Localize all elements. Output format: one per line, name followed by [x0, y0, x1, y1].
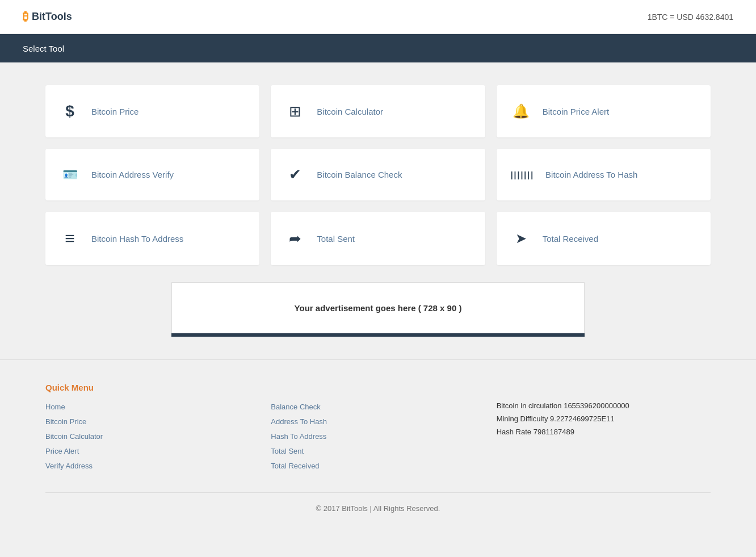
list-item: Price Alert	[45, 446, 259, 456]
card-label-bitcoin-hash-to-address: Bitcoin Hash To Address	[91, 234, 183, 244]
card-label-total-received: Total Received	[543, 234, 598, 244]
receive-icon: ➤	[511, 231, 531, 246]
header: ₿ BitTools 1BTC = USD 4632.8401	[0, 0, 756, 34]
card-bitcoin-balance-check[interactable]: ✔Bitcoin Balance Check	[271, 149, 485, 200]
list-item: Verify Address	[45, 460, 259, 471]
footer: Quick Menu HomeBitcoin PriceBitcoin Calc…	[0, 359, 756, 524]
navbar: Select Tool	[0, 34, 756, 62]
footer-link-hash-to-address[interactable]: Hash To Address	[271, 432, 326, 441]
footer-link-home[interactable]: Home	[45, 403, 65, 411]
list-item: Total Sent	[271, 446, 485, 456]
card-total-sent[interactable]: ➦Total Sent	[271, 212, 485, 265]
footer-bottom: © 2017 BitTools | All Rights Reserved.	[45, 492, 711, 513]
list-item: Address To Hash	[271, 416, 485, 426]
id-card-icon: 🪪	[60, 167, 80, 182]
stat-mining-difficulty: Mining Difficulty 9.22724699725E11	[497, 414, 711, 423]
list-item: Total Received	[271, 460, 485, 471]
card-label-bitcoin-price: Bitcoin Price	[91, 107, 138, 116]
footer-link-price-alert[interactable]: Price Alert	[45, 447, 79, 455]
logo-text: BitTools	[32, 11, 72, 23]
calculator-icon: ⊞	[285, 103, 305, 120]
footer-col-1: HomeBitcoin PriceBitcoin CalculatorPrice…	[45, 401, 259, 475]
card-bitcoin-hash-to-address[interactable]: ≡Bitcoin Hash To Address	[45, 212, 259, 265]
card-label-bitcoin-address-to-hash: Bitcoin Address To Hash	[545, 170, 637, 179]
footer-link-total-received[interactable]: Total Received	[271, 462, 319, 470]
btc-rate: 1BTC = USD 4632.8401	[648, 12, 733, 22]
footer-link-address-to-hash[interactable]: Address To Hash	[271, 417, 327, 426]
check-circle-icon: ✔	[285, 166, 305, 183]
stat-bitcoin-in-circulation: Bitcoin in circulation 1655396200000000	[497, 401, 711, 410]
dollar-icon: $	[60, 102, 80, 120]
footer-link-balance-check[interactable]: Balance Check	[271, 403, 320, 411]
ad-line	[171, 333, 585, 337]
tools-grid: $Bitcoin Price⊞Bitcoin Calculator🔔Bitcoi…	[45, 85, 711, 265]
stat-hash-rate: Hash Rate 7981187489	[497, 428, 711, 436]
card-bitcoin-price-alert[interactable]: 🔔Bitcoin Price Alert	[497, 85, 711, 137]
card-bitcoin-address-to-hash[interactable]: |||||||Bitcoin Address To Hash	[497, 149, 711, 200]
card-total-received[interactable]: ➤Total Received	[497, 212, 711, 265]
footer-stats: Bitcoin in circulation 1655396200000000M…	[497, 401, 711, 475]
main-content: $Bitcoin Price⊞Bitcoin Calculator🔔Bitcoi…	[0, 62, 756, 359]
bell-icon: 🔔	[511, 103, 531, 119]
list-item: Home	[45, 401, 259, 412]
ad-banner: Your advertisement goes here ( 728 x 90 …	[171, 282, 585, 333]
card-label-bitcoin-address-verify: Bitcoin Address Verify	[91, 170, 174, 179]
list-item: Balance Check	[271, 401, 485, 412]
card-label-total-sent: Total Sent	[317, 234, 355, 244]
footer-link-bitcoin-calculator[interactable]: Bitcoin Calculator	[45, 432, 103, 441]
card-bitcoin-price[interactable]: $Bitcoin Price	[45, 85, 259, 137]
list-item: Bitcoin Calculator	[45, 431, 259, 441]
card-label-bitcoin-price-alert: Bitcoin Price Alert	[543, 107, 610, 116]
footer-link-verify-address[interactable]: Verify Address	[45, 462, 93, 470]
footer-link-bitcoin-price[interactable]: Bitcoin Price	[45, 417, 86, 426]
footer-col-2: Balance CheckAddress To HashHash To Addr…	[271, 401, 485, 475]
card-label-bitcoin-calculator: Bitcoin Calculator	[317, 107, 383, 116]
copyright: © 2017 BitTools | All Rights Reserved.	[316, 504, 440, 513]
card-bitcoin-calculator[interactable]: ⊞Bitcoin Calculator	[271, 85, 485, 137]
ad-container: Your advertisement goes here ( 728 x 90 …	[45, 282, 711, 333]
card-bitcoin-address-verify[interactable]: 🪪Bitcoin Address Verify	[45, 149, 259, 200]
footer-col-2-list: Balance CheckAddress To HashHash To Addr…	[271, 401, 485, 471]
footer-link-total-sent[interactable]: Total Sent	[271, 447, 304, 455]
card-label-bitcoin-balance-check: Bitcoin Balance Check	[317, 170, 402, 179]
footer-col-1-list: HomeBitcoin PriceBitcoin CalculatorPrice…	[45, 401, 259, 471]
list-item: Hash To Address	[271, 431, 485, 441]
menu-icon: ≡	[60, 229, 80, 248]
bitcoin-logo-icon: ₿	[23, 10, 28, 23]
send-icon: ➦	[285, 230, 305, 248]
barcode-icon: |||||||	[511, 170, 534, 179]
footer-columns: HomeBitcoin PriceBitcoin CalculatorPrice…	[45, 401, 711, 475]
quick-menu-title: Quick Menu	[45, 383, 711, 392]
list-item: Bitcoin Price	[45, 416, 259, 426]
logo[interactable]: ₿ BitTools	[23, 10, 72, 23]
navbar-title: Select Tool	[23, 44, 64, 53]
